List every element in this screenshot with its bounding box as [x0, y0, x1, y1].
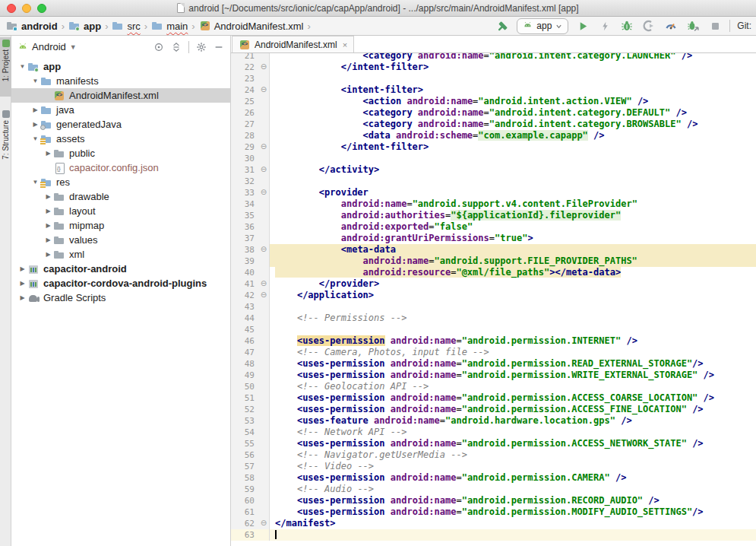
tree-item-manifests[interactable]: ▼manifests	[11, 74, 230, 88]
code-line[interactable]: 39 android:name="android.support.FILE_PR…	[231, 256, 756, 267]
code-line[interactable]: 38⊖ <meta-data	[231, 244, 756, 256]
tree-item-androidmanifest-xml[interactable]: AndroidManifest.xml	[11, 88, 230, 103]
code-line[interactable]: 51 <uses-permission android:name="androi…	[231, 392, 756, 404]
tree-item-xml[interactable]: ▶xml	[11, 247, 230, 262]
run-config-select[interactable]: app	[517, 18, 568, 34]
code-line[interactable]: 48 <uses-permission android:name="androi…	[231, 358, 756, 370]
chevron-right-icon[interactable]: ▶	[30, 106, 40, 113]
stop-button[interactable]	[707, 18, 723, 33]
tree-item-values[interactable]: ▶values	[11, 233, 230, 247]
coverage-button[interactable]	[641, 18, 656, 33]
chevron-right-icon[interactable]: ▶	[17, 280, 27, 287]
fold-marker-icon[interactable]: ⊖	[258, 84, 270, 96]
code-line[interactable]: 35 android:authorities="${applicationId}…	[231, 210, 756, 221]
code-line[interactable]: 53 <uses-feature android:name="android.h…	[231, 415, 756, 427]
code-line[interactable]: 62⊖</manifest>	[231, 518, 756, 529]
code-line[interactable]: 47 <!-- Camera, Photos, input file -->	[231, 347, 756, 358]
breadcrumb-item[interactable]: app	[67, 20, 103, 32]
chevron-right-icon[interactable]: ▶	[43, 251, 53, 258]
settings-gear-icon[interactable]	[196, 42, 207, 52]
chevron-right-icon[interactable]: ▶	[43, 236, 53, 243]
profiler-button[interactable]	[663, 18, 679, 33]
code-line[interactable]: 32	[231, 176, 756, 187]
fold-marker-icon[interactable]: ⊖	[258, 164, 270, 176]
code-line[interactable]: 56 <!-- Navigator.getUserMedia -->	[231, 449, 756, 461]
code-line[interactable]: 31⊖ </activity>	[231, 164, 756, 176]
code-line[interactable]: 22⊖ </intent-filter>	[231, 62, 756, 73]
chevron-down-icon[interactable]: ▼	[30, 78, 40, 84]
tree-item-app[interactable]: ▼app	[11, 59, 230, 74]
fold-marker-icon[interactable]: ⊖	[258, 518, 270, 529]
chevron-down-icon[interactable]: ▼	[30, 179, 40, 186]
code-line[interactable]: 59 <!-- Audio -->	[231, 484, 756, 495]
tree-item-assets[interactable]: ▼assets	[11, 132, 230, 146]
code-line[interactable]: 21 <category android:name="android.inten…	[231, 53, 756, 62]
tree-item-gradle-scripts[interactable]: ▶Gradle Scripts	[11, 290, 230, 305]
code-line[interactable]: 54 <!-- Network API -->	[231, 427, 756, 438]
breadcrumb-item[interactable]: android	[5, 20, 59, 32]
tree-item-layout[interactable]: ▶layout	[11, 204, 230, 218]
debug-button[interactable]	[619, 18, 634, 33]
code-line[interactable]: 45	[231, 324, 756, 335]
tree-item-drawable[interactable]: ▶drawable	[11, 189, 230, 204]
tool-strip-project[interactable]: 1: Project	[0, 37, 11, 97]
code-line[interactable]: 27 <category android:name="android.inten…	[231, 119, 756, 130]
fold-marker-icon[interactable]: ⊖	[258, 62, 270, 73]
close-window-button[interactable]	[7, 4, 16, 13]
code-line[interactable]: 52 <uses-permission android:name="androi…	[231, 404, 756, 415]
zoom-window-button[interactable]	[37, 4, 46, 13]
tree-item-generatedjava[interactable]: ▶generatedJava	[11, 117, 230, 132]
code-line[interactable]: 55 <uses-permission android:name="androi…	[231, 438, 756, 449]
code-line[interactable]: 30	[231, 153, 756, 164]
tree-item-capacitor-cordova-android-plugins[interactable]: ▶capacitor-cordova-android-plugins	[11, 276, 230, 290]
tab-androidmanifest[interactable]: AndroidManifest.xml ×	[232, 36, 354, 52]
fold-marker-icon[interactable]: ⊖	[258, 187, 270, 198]
tree-item-capacitor-config-json[interactable]: capacitor.config.json	[11, 160, 230, 175]
code-line[interactable]: 61 <uses-permission android:name="androi…	[231, 506, 756, 518]
code-line[interactable]: 57 <!-- Video -->	[231, 461, 756, 472]
attach-debugger-button[interactable]	[685, 18, 701, 33]
run-button[interactable]	[575, 18, 590, 33]
code-editor[interactable]: 21 <category android:name="android.inten…	[231, 53, 756, 546]
chevron-right-icon[interactable]: ▶	[30, 121, 40, 128]
tree-item-res[interactable]: ▼res	[11, 175, 230, 189]
code-line[interactable]: 34 android:name="android.support.v4.cont…	[231, 198, 756, 210]
fold-marker-icon[interactable]: ⊖	[258, 290, 270, 301]
code-line[interactable]: 36 android:exported="false"	[231, 221, 756, 233]
code-line[interactable]: 26 <category android:name="android.inten…	[231, 107, 756, 119]
project-view-selector[interactable]: Android	[32, 41, 66, 52]
chevron-right-icon[interactable]: ▶	[43, 150, 53, 157]
chevron-down-icon[interactable]: ▼	[30, 135, 40, 142]
breadcrumb-item[interactable]: src	[110, 20, 141, 32]
tree-item-mipmap[interactable]: ▶mipmap	[11, 218, 230, 233]
code-line[interactable]: 37 android:grantUriPermissions="true">	[231, 233, 756, 244]
tree-item-capacitor-android[interactable]: ▶capacitor-android	[11, 262, 230, 276]
tree-item-java[interactable]: ▶java	[11, 103, 230, 117]
chevron-down-icon[interactable]: ▼	[17, 63, 27, 70]
collapse-all-icon[interactable]	[171, 42, 182, 52]
build-button[interactable]	[495, 18, 510, 33]
chevron-right-icon[interactable]: ▶	[43, 193, 53, 200]
tree-item-public[interactable]: ▶public	[11, 146, 230, 160]
chevron-right-icon[interactable]: ▶	[43, 208, 53, 214]
code-line[interactable]: 58 <uses-permission android:name="androi…	[231, 472, 756, 484]
code-line[interactable]: 42⊖ </application>	[231, 290, 756, 301]
code-line[interactable]: 60 <uses-permission android:name="androi…	[231, 495, 756, 506]
fold-marker-icon[interactable]: ⊖	[258, 278, 270, 290]
chevron-right-icon[interactable]: ▶	[17, 265, 27, 272]
code-line[interactable]: 25 <action android:name="android.intent.…	[231, 96, 756, 107]
locate-icon[interactable]	[153, 42, 164, 52]
code-line[interactable]: 33⊖ <provider	[231, 187, 756, 198]
breadcrumb-item[interactable]: AndroidManifest.xml	[198, 20, 305, 32]
breadcrumb-item[interactable]: main	[150, 20, 189, 32]
code-line[interactable]: 44 <!-- Permissions -->	[231, 313, 756, 324]
hide-panel-icon[interactable]	[214, 42, 224, 52]
code-line[interactable]: 43	[231, 301, 756, 313]
code-line[interactable]: 29⊖ </intent-filter>	[231, 141, 756, 153]
git-label[interactable]: Git:	[737, 21, 751, 31]
code-line[interactable]: 28 <data android:scheme="com.example.cap…	[231, 130, 756, 141]
minimize-window-button[interactable]	[22, 4, 31, 13]
tool-strip-structure[interactable]: 7: Structure	[0, 108, 11, 176]
code-line[interactable]: 50 <!-- Geolocation API -->	[231, 381, 756, 392]
code-line[interactable]: 23	[231, 73, 756, 84]
